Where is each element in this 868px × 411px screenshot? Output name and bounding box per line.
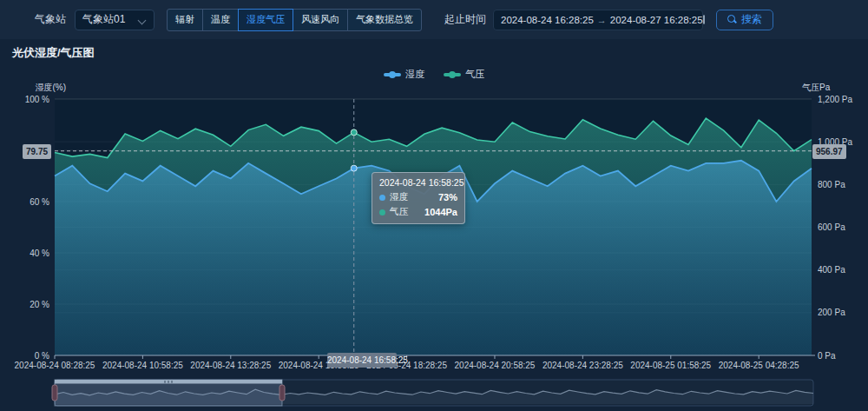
x-tick-label: 2024-08-24 13:28:25: [190, 361, 271, 370]
tab-wind[interactable]: 风速风向: [293, 9, 348, 31]
right-tick-label: 400 Pa: [818, 265, 845, 275]
x-tick-label: 2024-08-24 23:28:25: [542, 361, 623, 370]
tab-humidity-pressure[interactable]: 湿度气压: [238, 9, 293, 31]
legend-label-pressure: 气压: [465, 68, 484, 81]
chart-title: 光伏湿度/气压图: [12, 45, 95, 61]
metric-tabs: 辐射 温度 湿度气压 风速风向 气象数据总览: [167, 9, 422, 31]
datazoom-grip-icon: [164, 381, 166, 383]
datazoom-grip-icon: [171, 381, 173, 383]
station-select[interactable]: 气象站01: [75, 10, 155, 30]
tab-overview[interactable]: 气象数据总览: [347, 9, 422, 31]
right-tick-label: 800 Pa: [818, 180, 845, 189]
right-tick-label: 1,200 Pa: [818, 95, 852, 104]
tooltip-humidity-value: 73%: [438, 192, 457, 202]
tooltip-row-pressure: 气压 1044Pa: [379, 206, 457, 218]
left-tick-label: 0 %: [35, 351, 49, 361]
tooltip-row-humidity: 湿度 73%: [379, 191, 457, 203]
left-tick-label: 40 %: [30, 249, 49, 258]
x-tick-label: 2024-08-25 04:28:25: [719, 361, 799, 370]
chevron-down-icon: [138, 16, 147, 24]
tab-radiation[interactable]: 辐射: [167, 9, 203, 31]
axis-pointer-label: 2024-08-24 16:58:25: [327, 353, 397, 368]
right-tick-label: 200 Pa: [818, 308, 845, 317]
right-tick-label: 0 Pa: [818, 351, 836, 361]
datazoom-handle-right[interactable]: [279, 385, 285, 401]
station-label: 气象站: [35, 12, 66, 27]
tooltip-humidity-label: 湿度: [390, 191, 408, 203]
search-button[interactable]: 搜索: [716, 10, 773, 30]
x-tick-label: 2024-08-24 10:58:25: [102, 361, 183, 370]
chart-legend: 湿度 气压: [0, 68, 868, 81]
arrow-right-icon: →: [597, 15, 607, 25]
humidity-hover-dot: [351, 165, 357, 171]
legend-label-humidity: 湿度: [405, 68, 424, 81]
pressure-legend-marker-icon: [444, 73, 461, 76]
pressure-hover-dot: [351, 129, 357, 136]
left-tick-label: 60 %: [30, 197, 49, 207]
search-button-label: 搜索: [741, 12, 762, 27]
x-tick-label: 2024-08-24 20:58:25: [455, 361, 536, 370]
x-tick-label: 2024-08-24 08:28:25: [15, 361, 95, 370]
markline-left-badge: 79.75: [23, 144, 51, 159]
humidity-legend-marker-icon: [384, 73, 401, 76]
humidity-dot-icon: [379, 195, 385, 201]
legend-item-pressure[interactable]: 气压: [444, 68, 484, 81]
topbar: 气象站 气象站01 辐射 温度 湿度气压 风速风向 气象数据总览 起止时间 20…: [0, 0, 868, 39]
search-icon: [727, 15, 737, 24]
right-axis-name: 气压Pa: [802, 82, 830, 94]
date-start[interactable]: 2024-08-24 16:28:25: [501, 15, 594, 25]
pressure-dot-icon: [379, 209, 385, 215]
datazoom-handle-left[interactable]: [52, 385, 57, 401]
x-tick-label: 2024-08-25 01:58:25: [630, 361, 711, 370]
right-tick-label: 600 Pa: [818, 222, 845, 232]
markline-right-badge: 956.97: [812, 144, 846, 159]
tooltip-pressure-value: 1044Pa: [424, 207, 457, 217]
left-axis-name: 湿度(%): [26, 82, 66, 94]
datazoom-grip-icon: [168, 381, 169, 383]
tooltip-pressure-label: 气压: [390, 206, 408, 218]
tooltip-time: 2024-08-24 16:58:25: [379, 177, 457, 188]
chart-tooltip: 2024-08-24 16:58:25 湿度 73% 气压 1044Pa: [372, 172, 465, 224]
date-end[interactable]: 2024-08-27 16:28:25: [610, 15, 703, 25]
left-tick-label: 20 %: [30, 300, 49, 309]
station-select-value: 气象站01: [82, 12, 138, 27]
date-range-picker[interactable]: 2024-08-24 16:28:25 → 2024-08-27 16:28:2…: [493, 10, 703, 30]
calendar-icon[interactable]: [703, 15, 705, 24]
date-range-label: 起止时间: [444, 12, 486, 27]
left-tick-label: 100 %: [25, 95, 49, 104]
tab-temperature[interactable]: 温度: [202, 9, 239, 31]
legend-item-humidity[interactable]: 湿度: [384, 68, 424, 81]
